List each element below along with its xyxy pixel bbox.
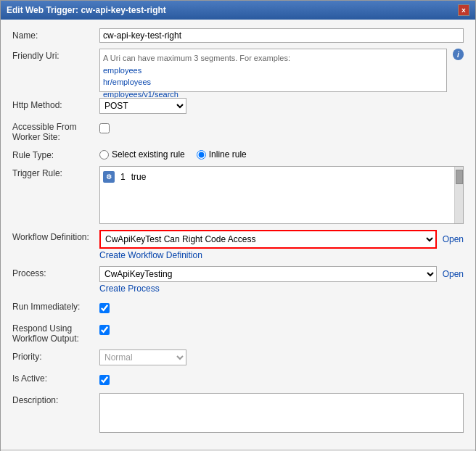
description-label: Description: (12, 393, 99, 405)
rule-type-existing: Select existing rule (99, 149, 185, 160)
close-button[interactable]: × (458, 4, 469, 16)
http-method-select[interactable]: POST GET PUT DELETE (99, 98, 186, 114)
accessible-checkbox[interactable] (99, 123, 110, 133)
respond-using-row: Respond Using Workflow Output: (12, 321, 464, 344)
friendly-uri-link-v1[interactable]: employees/v1/search (103, 90, 178, 99)
edit-web-trigger-dialog: Edit Web Trigger: cw-api-key-test-right … (0, 0, 476, 451)
process-select-wrapper: CwApiKeyTesting (99, 266, 437, 282)
is-active-field (99, 371, 464, 387)
process-select[interactable]: CwApiKeyTesting (99, 266, 437, 282)
trigger-rule-container: ⚙ 1 true (99, 166, 464, 224)
accessible-field (99, 120, 464, 136)
rule-type-field: Select existing rule Inline rule (99, 148, 464, 160)
workflow-def-select-wrapper: CwApiKeyTest Can Right Code Access (99, 230, 437, 249)
rule-type-existing-radio[interactable] (99, 150, 109, 160)
run-immediately-label: Run Immediately: (12, 299, 99, 312)
name-field (99, 28, 464, 43)
process-label: Process: (12, 266, 99, 278)
friendly-uri-info-icon[interactable]: i (453, 49, 464, 60)
trigger-rule-entry: ⚙ 1 true (103, 170, 451, 184)
trigger-rule-number: 1 (120, 172, 126, 182)
run-immediately-field (99, 299, 464, 315)
is-active-row: Is Active: (12, 371, 464, 387)
trigger-rule-label: Trigger Rule: (12, 166, 99, 178)
workflow-def-label: Workflow Definition: (12, 230, 99, 242)
priority-field: Normal High Low (99, 349, 464, 365)
workflow-def-select[interactable]: CwApiKeyTest Can Right Code Access (101, 231, 435, 247)
trigger-rule-content: ⚙ 1 true (100, 167, 454, 223)
dialog-content: Name: Friendly Uri: A Uri can have maxim… (1, 20, 475, 450)
rule-type-inline-radio[interactable] (197, 150, 206, 160)
process-field: CwApiKeyTesting Open Create Process (99, 266, 464, 294)
accessible-row: Accessible From Worker Site: (12, 120, 464, 142)
process-row: Process: CwApiKeyTesting Open Create Pro… (12, 266, 464, 294)
priority-row: Priority: Normal High Low (12, 349, 464, 365)
http-method-row: Http Method: POST GET PUT DELETE (12, 98, 464, 114)
description-row: Description: (12, 393, 464, 435)
priority-label: Priority: (12, 349, 99, 362)
respond-using-label: Respond Using Workflow Output: (12, 321, 99, 344)
name-input[interactable] (99, 28, 464, 43)
trigger-rule-field: ⚙ 1 true (99, 166, 464, 224)
description-field (99, 393, 464, 435)
priority-select[interactable]: Normal High Low (99, 349, 186, 365)
http-method-field: POST GET PUT DELETE (99, 98, 464, 114)
rule-type-inline: Inline rule (197, 149, 247, 160)
friendly-uri-link-employees[interactable]: employees (103, 66, 141, 75)
friendly-uri-field: A Uri can have maximum 3 segments. For e… (99, 49, 464, 92)
dialog-title: Edit Web Trigger: cw-api-key-test-right (7, 5, 166, 15)
rule-type-row: Rule Type: Select existing rule Inline r… (12, 148, 464, 160)
friendly-uri-row: Friendly Uri: A Uri can have maximum 3 s… (12, 49, 464, 92)
trigger-rule-scrollbar[interactable] (454, 167, 463, 223)
name-row: Name: (12, 28, 464, 43)
description-textarea[interactable] (99, 393, 464, 433)
trigger-rule-row: Trigger Rule: ⚙ 1 true (12, 166, 464, 224)
friendly-uri-label: Friendly Uri: (12, 49, 99, 61)
rule-type-inline-label: Inline rule (209, 149, 247, 160)
rule-type-radio-group: Select existing rule Inline rule (99, 148, 464, 160)
run-immediately-checkbox[interactable] (99, 303, 110, 313)
title-bar: Edit Web Trigger: cw-api-key-test-right … (1, 1, 475, 20)
workflow-def-open-link[interactable]: Open (440, 234, 464, 244)
workflow-def-controls: CwApiKeyTest Can Right Code Access Open (99, 230, 464, 249)
scroll-thumb (456, 170, 463, 184)
create-process-link[interactable]: Create Process (99, 284, 464, 294)
run-immediately-row: Run Immediately: (12, 299, 464, 315)
friendly-uri-hint-line1: A Uri can have maximum 3 segments. For e… (103, 54, 290, 62)
create-workflow-link[interactable]: Create Workflow Definition (99, 250, 464, 260)
respond-using-field (99, 321, 464, 337)
respond-using-checkbox[interactable] (99, 325, 110, 335)
accessible-label: Accessible From Worker Site: (12, 120, 99, 142)
process-open-link[interactable]: Open (440, 269, 464, 279)
friendly-uri-box: A Uri can have maximum 3 segments. For e… (99, 49, 447, 92)
name-label: Name: (12, 28, 99, 41)
http-method-label: Http Method: (12, 98, 99, 110)
is-active-checkbox[interactable] (99, 375, 110, 385)
trigger-rule-icon: ⚙ (103, 171, 115, 183)
rule-type-label: Rule Type: (12, 148, 99, 160)
workflow-def-field: CwApiKeyTest Can Right Code Access Open … (99, 230, 464, 260)
friendly-uri-link-hr[interactable]: hr/employees (103, 78, 151, 86)
trigger-rule-value: true (131, 172, 147, 182)
is-active-label: Is Active: (12, 371, 99, 384)
process-controls: CwApiKeyTesting Open (99, 266, 464, 282)
workflow-def-row: Workflow Definition: CwApiKeyTest Can Ri… (12, 230, 464, 260)
rule-type-existing-label: Select existing rule (112, 149, 185, 160)
